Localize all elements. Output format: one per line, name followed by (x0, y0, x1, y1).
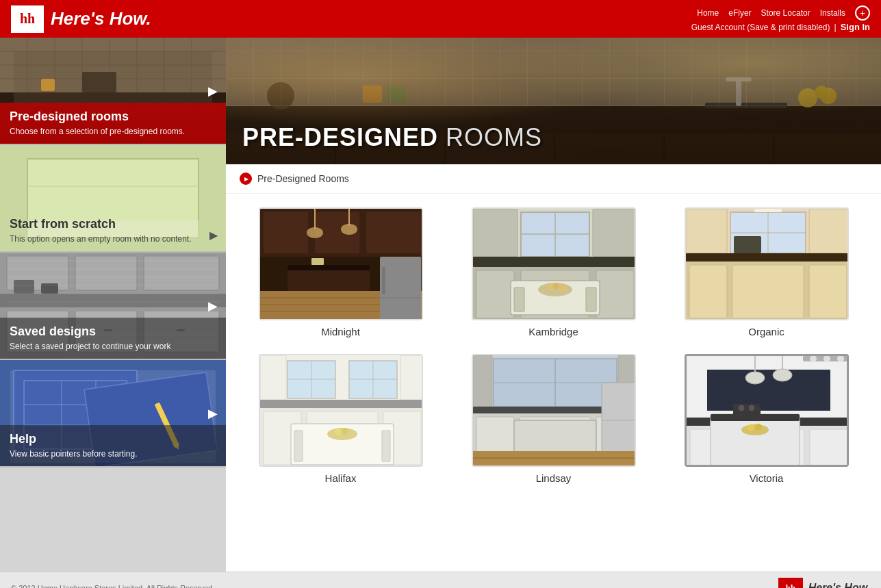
footer-logo-icon: hh (778, 578, 803, 588)
sidebar: Pre-designed rooms Choose from a selecti… (0, 38, 226, 572)
svg-rect-93 (382, 267, 385, 294)
sidebar-item-predesigned[interactable]: Pre-designed rooms Choose from a selecti… (0, 38, 226, 145)
organic-kitchen-svg (686, 209, 849, 320)
room-label-organic: Organic (748, 326, 784, 337)
victoria-kitchen-svg (687, 356, 849, 467)
svg-rect-134 (400, 355, 423, 400)
svg-point-185 (749, 405, 754, 411)
svg-rect-28 (0, 294, 226, 307)
logo-icon: hh (11, 5, 44, 33)
room-item-halifax[interactable]: Halifax (242, 354, 439, 484)
nav-eflyer[interactable]: eFlyer (728, 8, 751, 18)
help-title: Help (10, 432, 201, 446)
circle-button[interactable]: + (855, 5, 870, 21)
svg-point-166 (745, 372, 765, 384)
halifax-kitchen-svg (260, 355, 423, 467)
sign-in-link[interactable]: Sign In (841, 22, 870, 32)
svg-rect-65 (736, 79, 741, 106)
room-thumb-victoria[interactable] (685, 354, 849, 467)
svg-point-181 (748, 424, 754, 431)
room-item-midnight[interactable]: Midnight (242, 207, 439, 337)
svg-point-88 (307, 227, 323, 238)
svg-point-143 (342, 428, 348, 435)
sidebar-item-scratch[interactable]: Start from scratch This option opens an … (0, 145, 226, 253)
account-bar: Guest Account (Save & print disabled) | … (691, 22, 870, 32)
sidebar-item-saved[interactable]: Saved designs Select a saved project to … (0, 253, 226, 360)
svg-rect-145 (382, 431, 390, 461)
svg-rect-17 (41, 79, 55, 91)
main-container: Pre-designed rooms Choose from a selecti… (0, 38, 881, 572)
saved-title: Saved designs (10, 324, 201, 339)
predesigned-arrow: ▶ (208, 84, 218, 99)
svg-rect-105 (596, 270, 634, 318)
svg-rect-122 (732, 265, 804, 318)
footer: © 2012 Home Hardware Stores Limited. All… (0, 572, 881, 588)
predesigned-overlay: Pre-designed rooms Choose from a selecti… (0, 103, 226, 144)
predesigned-desc: Choose from a selection of pre-designed … (10, 126, 201, 137)
footer-logo-text: Here's How. (808, 582, 870, 588)
copyright-text: © 2012 Home Hardware Stores Limited. All… (11, 584, 214, 588)
svg-point-68 (820, 88, 837, 104)
room-label-lindsay: Lindsay (536, 472, 572, 484)
svg-rect-66 (726, 77, 752, 81)
banner-title-bold: PRE-DESIGNED (242, 123, 438, 151)
banner-title-thin: ROOMS (446, 123, 542, 151)
svg-rect-183 (733, 404, 761, 419)
svg-rect-78 (264, 212, 308, 253)
svg-rect-118 (809, 209, 849, 253)
svg-rect-101 (473, 257, 636, 267)
svg-rect-27 (144, 256, 219, 290)
svg-rect-62 (363, 86, 382, 103)
svg-rect-26 (75, 256, 137, 290)
svg-rect-94 (311, 258, 324, 265)
svg-rect-144 (294, 431, 303, 461)
scratch-arrow: ▶ (209, 229, 218, 242)
svg-point-168 (773, 369, 792, 381)
help-desc: View basic pointers before starting. (10, 448, 201, 459)
svg-rect-82 (288, 265, 370, 270)
footer-logo: hh Here's How. (778, 578, 870, 588)
svg-point-61 (267, 82, 294, 110)
room-item-victoria[interactable]: Victoria (668, 354, 865, 484)
room-grid: Midnight (226, 194, 881, 504)
room-label-midnight: Midnight (321, 326, 360, 337)
room-thumb-lindsay[interactable] (472, 354, 636, 467)
top-links: Home eFlyer Store Locator Installs + (697, 5, 870, 21)
lindsay-kitchen-svg (473, 355, 636, 467)
nav-installs[interactable]: Installs (820, 8, 845, 18)
svg-rect-125 (754, 209, 782, 212)
banner: PRE-DESIGNED ROOMS (226, 38, 881, 164)
svg-rect-133 (260, 355, 286, 400)
saved-arrow: ▶ (208, 298, 218, 314)
scratch-title: Start from scratch (10, 217, 201, 231)
room-thumb-kambridge[interactable] (472, 207, 636, 320)
svg-rect-164 (707, 370, 830, 411)
room-thumb-organic[interactable] (685, 207, 849, 320)
room-thumb-midnight[interactable] (259, 207, 423, 320)
svg-rect-99 (473, 209, 518, 257)
svg-rect-117 (686, 209, 727, 253)
header-logo: hh Here's How. (11, 5, 151, 33)
svg-rect-63 (387, 86, 406, 103)
room-item-lindsay[interactable]: Lindsay (455, 354, 652, 484)
room-label-halifax: Halifax (325, 472, 357, 484)
nav-store-locator[interactable]: Store Locator (761, 8, 810, 18)
svg-rect-124 (734, 236, 761, 253)
logo-text: Here's How. (51, 8, 151, 29)
svg-rect-29 (14, 280, 34, 294)
room-label-kambridge: Kambridge (528, 326, 578, 337)
separator: | (834, 23, 837, 32)
svg-point-90 (341, 224, 357, 235)
banner-title: PRE-DESIGNED ROOMS (242, 123, 542, 152)
room-item-kambridge[interactable]: Kambridge (455, 207, 652, 337)
svg-rect-30 (41, 283, 58, 294)
room-thumb-halifax[interactable] (259, 354, 423, 467)
nav-home[interactable]: Home (697, 8, 719, 18)
breadcrumb: Pre-Designed Rooms (226, 164, 881, 194)
sidebar-item-help[interactable]: Help View basic pointers before starting… (0, 360, 226, 468)
breadcrumb-text: Pre-Designed Rooms (257, 173, 349, 184)
svg-rect-119 (686, 253, 849, 261)
svg-rect-80 (366, 212, 421, 253)
svg-rect-135 (260, 400, 423, 408)
room-item-organic[interactable]: Organic (668, 207, 865, 337)
